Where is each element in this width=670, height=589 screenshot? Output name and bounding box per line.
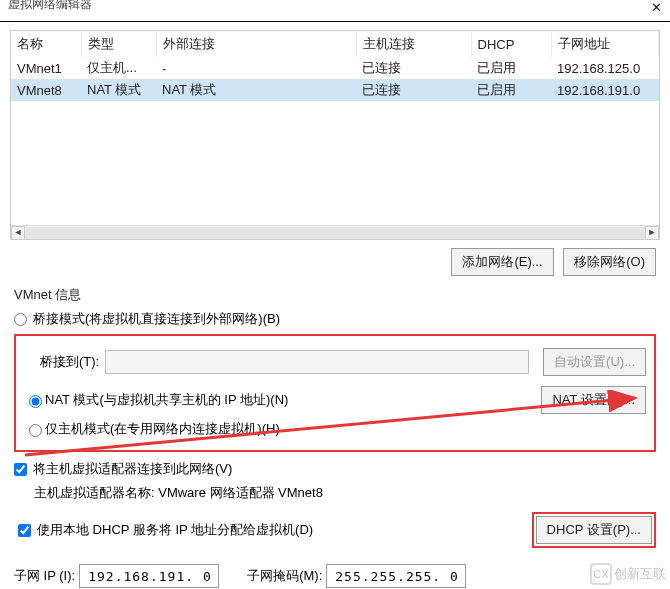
subnet-ip-row: 子网 IP (I): 子网掩码(M): (14, 564, 656, 588)
window-title: 虚拟网络编辑器 (8, 0, 92, 13)
table-header-row: 名称 类型 外部连接 主机连接 DHCP 子网地址 (11, 31, 659, 57)
network-table: 名称 类型 外部连接 主机连接 DHCP 子网地址 VMnet1 仅主机... … (10, 30, 660, 240)
network-buttons-row: 添加网络(E)... 移除网络(O) (0, 248, 656, 276)
highlight-box-2: DHCP 设置(P)... (532, 512, 656, 548)
dhcp-check-label: 使用本地 DHCP 服务将 IP 地址分配给虚拟机(D) (37, 521, 313, 539)
cell-dhcp: 已启用 (471, 79, 551, 101)
cell-subnet: 192.168.125.0 (551, 57, 659, 79)
table-row[interactable]: VMnet8 NAT 模式 NAT 模式 已连接 已启用 192.168.191… (11, 79, 659, 101)
scroll-track[interactable] (25, 227, 645, 239)
radio-nat[interactable] (29, 395, 42, 408)
subnet-mask-input[interactable] (326, 564, 466, 588)
cell-name: VMnet1 (11, 57, 81, 79)
vmnet-info-region: 桥接模式(将虚拟机直接连接到外部网络)(B) 桥接到(T): 自动设置(U)..… (14, 310, 656, 452)
col-dhcp[interactable]: DHCP (471, 31, 551, 57)
watermark: CX 创新互联 (590, 563, 666, 585)
remove-network-button[interactable]: 移除网络(O) (563, 248, 656, 276)
bridged-to-row: 桥接到(T): 自动设置(U)... (24, 348, 646, 376)
host-adapter-checkbox[interactable] (14, 463, 27, 476)
radio-hostonly[interactable] (29, 424, 42, 437)
radio-bridged-row[interactable]: 桥接模式(将虚拟机直接连接到外部网络)(B) (14, 310, 656, 328)
subnet-ip-label: 子网 IP (I): (14, 567, 75, 585)
cell-ext: NAT 模式 (156, 79, 356, 101)
table-row[interactable]: VMnet1 仅主机... - 已连接 已启用 192.168.125.0 (11, 57, 659, 79)
radio-hostonly-row[interactable]: 仅主机模式(在专用网络内连接虚拟机)(H) (24, 420, 646, 438)
col-name[interactable]: 名称 (11, 31, 81, 57)
bridged-to-combo[interactable] (105, 350, 529, 374)
dhcp-settings-button[interactable]: DHCP 设置(P)... (536, 516, 652, 544)
cell-host: 已连接 (356, 79, 471, 101)
cell-subnet: 192.168.191.0 (551, 79, 659, 101)
scroll-right-icon[interactable]: ► (645, 226, 659, 240)
watermark-text: 创新互联 (614, 565, 666, 583)
cell-type: 仅主机... (81, 57, 156, 79)
col-ext[interactable]: 外部连接 (156, 31, 356, 57)
radio-bridged[interactable] (14, 313, 27, 326)
highlight-box-1: 桥接到(T): 自动设置(U)... NAT 模式(与虚拟机共享主机的 IP 地… (14, 334, 656, 452)
vmnet-info-label: VMnet 信息 (14, 286, 670, 304)
subnet-ip-input[interactable] (79, 564, 219, 588)
cell-type: NAT 模式 (81, 79, 156, 101)
horizontal-scrollbar[interactable]: ◄ ► (11, 225, 659, 239)
host-adapter-check-row[interactable]: 将主机虚拟适配器连接到此网络(V) (14, 460, 670, 478)
host-adapter-name: 主机虚拟适配器名称: VMware 网络适配器 VMnet8 (34, 484, 670, 502)
host-adapter-check-label: 将主机虚拟适配器连接到此网络(V) (33, 460, 232, 478)
close-icon[interactable]: ✕ (651, 0, 662, 15)
cell-name: VMnet8 (11, 79, 81, 101)
radio-bridged-label: 桥接模式(将虚拟机直接连接到外部网络)(B) (33, 310, 280, 328)
col-host[interactable]: 主机连接 (356, 31, 471, 57)
scroll-left-icon[interactable]: ◄ (11, 226, 25, 240)
cell-host: 已连接 (356, 57, 471, 79)
bridged-to-label: 桥接到(T): (40, 353, 99, 371)
auto-settings-button[interactable]: 自动设置(U)... (543, 348, 646, 376)
col-subnet[interactable]: 子网地址 (551, 31, 659, 57)
cell-dhcp: 已启用 (471, 57, 551, 79)
cell-ext: - (156, 57, 356, 79)
dhcp-checkbox[interactable] (18, 524, 31, 537)
nat-settings-button[interactable]: NAT 设置(S)... (541, 386, 646, 414)
watermark-logo-icon: CX (590, 563, 612, 585)
radio-hostonly-label: 仅主机模式(在专用网络内连接虚拟机)(H) (45, 420, 280, 438)
titlebar: 虚拟网络编辑器 ✕ (0, 0, 670, 22)
col-type[interactable]: 类型 (81, 31, 156, 57)
dhcp-row: 使用本地 DHCP 服务将 IP 地址分配给虚拟机(D) DHCP 设置(P).… (14, 512, 656, 548)
radio-nat-label: NAT 模式(与虚拟机共享主机的 IP 地址)(N) (45, 391, 535, 409)
radio-nat-row[interactable]: NAT 模式(与虚拟机共享主机的 IP 地址)(N) NAT 设置(S)... (24, 386, 646, 414)
subnet-mask-label: 子网掩码(M): (247, 567, 322, 585)
add-network-button[interactable]: 添加网络(E)... (451, 248, 553, 276)
